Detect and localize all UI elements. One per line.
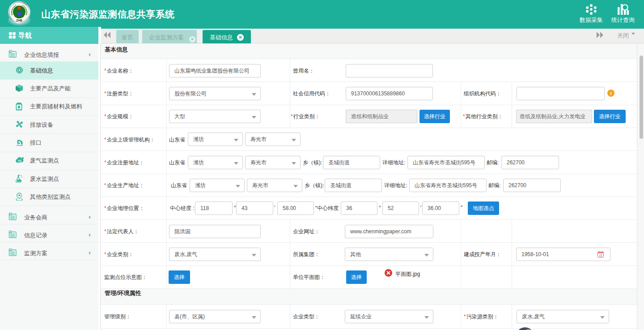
svg-text:15: 15	[599, 253, 602, 257]
svg-text:ZHB: ZHB	[16, 19, 22, 22]
svg-text:co: co	[18, 159, 21, 162]
